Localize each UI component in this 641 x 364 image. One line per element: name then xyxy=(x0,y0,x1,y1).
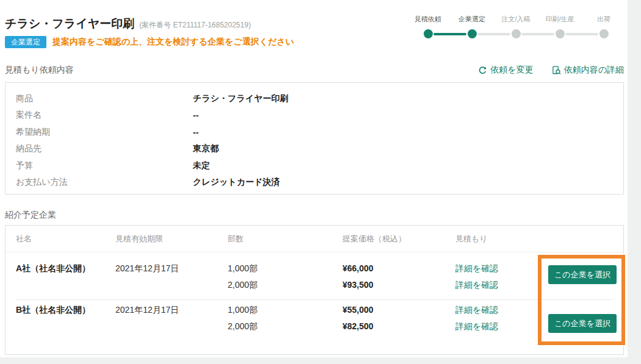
field-row-payment-method: お支払い方法 クレジットカード決済 xyxy=(16,174,613,191)
company-name: B社（社名非公開） xyxy=(16,302,115,335)
step-label: 見積依頼 xyxy=(406,15,450,24)
field-row-budget: 予算 未定 xyxy=(16,157,613,174)
row-divider xyxy=(16,299,613,300)
details-link[interactable]: 詳細を確認 xyxy=(455,302,549,318)
companies-table-header: 社名 見積有効期限 部数 提案価格（税込） 見積もり xyxy=(5,226,623,252)
price-value: ¥55,000 xyxy=(342,302,455,318)
price-value: ¥66,000 xyxy=(342,260,455,277)
price-cell: ¥55,000 ¥82,500 xyxy=(342,302,455,335)
quote-section-actions: 依頼を変更 依頼内容の詳細 xyxy=(478,65,624,76)
field-value: チラシ・フライヤー印刷 xyxy=(193,93,288,104)
quote-section-title: 見積もり依頼内容 xyxy=(5,65,74,76)
column-header-price: 提案価格（税込） xyxy=(342,234,455,252)
column-header-spacer xyxy=(549,244,613,252)
refresh-icon xyxy=(478,66,487,75)
companies-section-header: 紹介予定企業 xyxy=(5,210,624,221)
price-value: ¥82,500 xyxy=(342,318,455,335)
page-header: チラシ・フライヤー印刷 (案件番号 ET211117-1685202519) xyxy=(5,16,251,32)
column-header-expiry: 見積有効期限 xyxy=(115,234,228,252)
column-header-quote: 見積もり xyxy=(455,234,549,252)
field-row-product: 商品 チラシ・フライヤー印刷 xyxy=(16,90,613,107)
quote-request-box: 商品 チラシ・フライヤー印刷 案件名 -- 希望納期 -- 納品先 東京都 予算… xyxy=(5,82,624,194)
field-value: -- xyxy=(193,127,198,137)
main-panel: チラシ・フライヤー印刷 (案件番号 ET211117-1685202519) 企… xyxy=(0,0,628,357)
companies-section-title: 紹介予定企業 xyxy=(5,210,56,221)
quantity-value: 1,000部 xyxy=(228,260,342,277)
field-value: クレジットカード決済 xyxy=(193,177,280,188)
step-label: 印刷/生産 xyxy=(538,15,582,24)
field-row-delivery-destination: 納品先 東京都 xyxy=(16,141,613,158)
company-row-a: A社（社名非公開） 2021年12月17日 1,000部 2,000部 ¥66,… xyxy=(5,252,623,293)
field-row-desired-delivery: 希望納期 -- xyxy=(16,124,613,141)
column-header-company: 社名 xyxy=(16,234,115,252)
quantity-value: 2,000部 xyxy=(228,318,342,335)
select-company-a-button[interactable]: この企業を選択 xyxy=(548,265,617,284)
request-detail-label: 依頼内容の詳細 xyxy=(564,65,624,76)
quote-expiry: 2021年12月17日 xyxy=(115,302,228,335)
step-label: 企業選定 xyxy=(450,15,494,24)
price-value: ¥93,500 xyxy=(342,277,455,293)
field-label: 商品 xyxy=(16,93,193,104)
quantity-cell: 1,000部 2,000部 xyxy=(228,260,342,293)
change-request-link[interactable]: 依頼を変更 xyxy=(478,65,533,76)
quote-expiry: 2021年12月17日 xyxy=(115,260,228,293)
step-dot-done xyxy=(424,29,433,38)
companies-box: 社名 見積有効期限 部数 提案価格（税込） 見積もり A社（社名非公開） 202… xyxy=(5,225,624,355)
column-header-quantity: 部数 xyxy=(228,234,342,252)
request-detail-link[interactable]: 依頼内容の詳細 xyxy=(552,65,624,76)
field-label: 案件名 xyxy=(16,110,193,121)
change-request-label: 依頼を変更 xyxy=(490,65,533,76)
step-shipping: 出荷 xyxy=(582,15,626,38)
field-label: 納品先 xyxy=(16,143,193,154)
progress-stepper: 見積依頼 企業選定 注文/入稿 印刷/生産 出荷 xyxy=(406,15,626,38)
step-label: 出荷 xyxy=(582,15,626,24)
step-label: 注文/入稿 xyxy=(494,15,538,24)
field-value: -- xyxy=(193,110,198,120)
quote-section-header: 見積もり依頼内容 依頼を変更 xyxy=(5,65,624,76)
field-value: 未定 xyxy=(193,160,210,171)
select-company-b-button[interactable]: この企業を選択 xyxy=(548,314,617,333)
step-dot-upcoming xyxy=(556,29,565,38)
quantity-cell: 1,000部 2,000部 xyxy=(228,302,342,335)
step-dot-active xyxy=(468,29,477,38)
details-cell: 詳細を確認 詳細を確認 xyxy=(455,302,549,335)
field-row-project-name: 案件名 -- xyxy=(16,107,613,124)
quantity-value: 2,000部 xyxy=(228,277,342,293)
details-link[interactable]: 詳細を確認 xyxy=(455,318,549,335)
field-label: 希望納期 xyxy=(16,127,193,138)
step-dot-upcoming xyxy=(599,29,609,38)
step-dot-upcoming xyxy=(512,29,521,38)
field-label: お支払い方法 xyxy=(16,177,193,188)
details-link[interactable]: 詳細を確認 xyxy=(455,277,549,293)
price-cell: ¥66,000 ¥93,500 xyxy=(342,260,455,293)
quantity-value: 1,000部 xyxy=(228,302,342,318)
status-badge: 企業選定 xyxy=(5,36,46,48)
status-row: 企業選定 提案内容をご確認の上、注文を検討する企業をご選択ください xyxy=(5,36,294,48)
details-cell: 詳細を確認 詳細を確認 xyxy=(455,260,549,293)
case-number: (案件番号 ET211117-1685202519) xyxy=(139,20,251,30)
details-link[interactable]: 詳細を確認 xyxy=(455,260,549,277)
field-label: 予算 xyxy=(16,160,193,171)
field-value: 東京都 xyxy=(193,143,219,154)
status-message: 提案内容をご確認の上、注文を検討する企業をご選択ください xyxy=(53,37,294,48)
document-search-icon xyxy=(552,66,561,75)
company-name: A社（社名非公開） xyxy=(16,260,115,293)
page-title: チラシ・フライヤー印刷 xyxy=(5,16,134,32)
